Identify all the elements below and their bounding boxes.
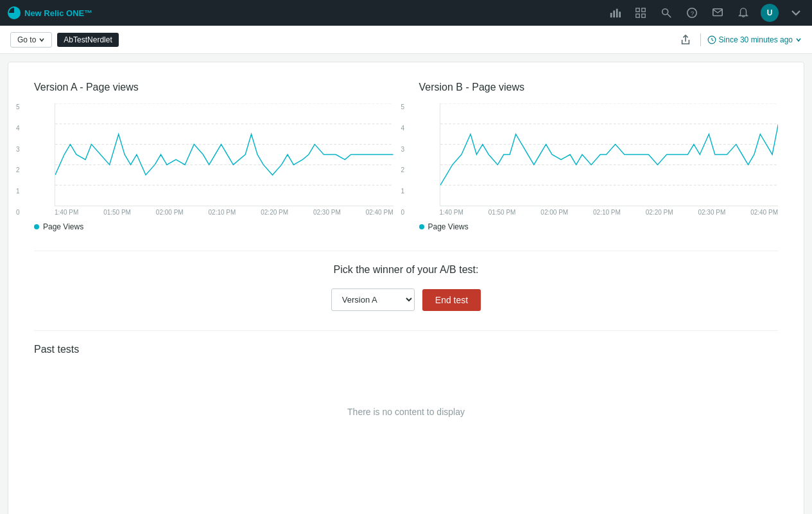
svg-rect-6 [636, 14, 639, 17]
bell-icon [738, 7, 749, 19]
version-a-legend: Page Views [34, 222, 393, 231]
sub-nav-left: Go to AbTestNerdlet [10, 32, 119, 48]
grid-icon [635, 7, 646, 19]
version-b-legend: Page Views [419, 222, 779, 231]
version-b-chart: Version B - Page views 5 4 3 2 1 0 [419, 82, 779, 231]
search-icon-button[interactable] [658, 4, 675, 21]
sub-navigation: Go to AbTestNerdlet Since 30 minutes ago [0, 26, 812, 54]
nav-divider [700, 33, 701, 46]
message-icon [712, 7, 723, 19]
nav-left: New Relic ONE™ [8, 6, 92, 19]
share-icon [680, 34, 691, 46]
svg-rect-7 [642, 14, 645, 17]
svg-text:?: ? [691, 10, 695, 17]
charts-row: Version A - Page views 5 4 3 2 1 0 [34, 82, 778, 231]
share-button[interactable] [677, 31, 694, 48]
version-a-legend-label: Page Views [43, 222, 83, 231]
winner-section: Pick the winner of your A/B test: Versio… [34, 251, 778, 330]
svg-point-8 [662, 9, 668, 15]
svg-rect-4 [636, 8, 639, 12]
bar-chart-icon [609, 7, 621, 19]
svg-rect-2 [616, 9, 618, 18]
search-icon [661, 7, 672, 19]
avatar-button[interactable]: U [761, 4, 779, 22]
main-content: Version A - Page views 5 4 3 2 1 0 [8, 62, 804, 514]
breadcrumb: AbTestNerdlet [57, 33, 118, 47]
bell-icon-button[interactable] [735, 4, 752, 21]
sub-nav-right: Since 30 minutes ago [677, 31, 802, 48]
goto-chevron-icon [39, 37, 45, 43]
account-chevron-button[interactable] [788, 4, 804, 21]
goto-label: Go to [17, 35, 36, 44]
version-a-legend-dot [34, 224, 39, 229]
chart-icon-button[interactable] [607, 4, 623, 21]
version-a-x-labels: 1:40 PM 01:50 PM 02:00 PM 02:10 PM 02:20… [55, 209, 393, 216]
svg-rect-3 [619, 12, 621, 17]
logo-text: New Relic ONE™ [24, 8, 92, 18]
version-b-legend-dot [419, 224, 424, 229]
svg-rect-5 [642, 8, 645, 12]
help-icon-button[interactable]: ? [684, 4, 700, 21]
nav-icons: ? U [607, 4, 804, 22]
version-b-title: Version B - Page views [419, 82, 779, 93]
past-tests-title: Past tests [34, 330, 778, 355]
version-b-chart-area [440, 103, 779, 206]
top-navigation: New Relic ONE™ [0, 0, 812, 26]
svg-rect-12 [713, 9, 722, 16]
version-b-svg [440, 103, 779, 206]
version-b-x-labels: 1:40 PM 01:50 PM 02:00 PM 02:10 PM 02:20… [440, 209, 779, 216]
version-b-legend-label: Page Views [428, 222, 469, 231]
message-icon-button[interactable] [709, 4, 726, 21]
clock-icon [707, 35, 716, 44]
version-a-y-labels: 5 4 3 2 1 0 [16, 103, 20, 216]
svg-rect-1 [613, 10, 615, 17]
time-picker-button[interactable]: Since 30 minutes ago [707, 35, 802, 44]
time-label: Since 30 minutes ago [719, 35, 793, 44]
goto-button[interactable]: Go to [10, 32, 52, 48]
winner-controls: Version A Version B End test [34, 288, 778, 311]
past-tests-section: Past tests There is no content to displa… [34, 330, 778, 417]
svg-line-9 [668, 14, 671, 17]
help-icon: ? [686, 7, 698, 19]
version-select[interactable]: Version A Version B [331, 288, 415, 311]
grid-icon-button[interactable] [632, 4, 649, 21]
time-chevron-icon [795, 37, 802, 43]
end-test-button[interactable]: End test [422, 289, 481, 311]
version-a-svg [55, 103, 393, 206]
logo: New Relic ONE™ [8, 6, 92, 19]
logo-icon [8, 6, 21, 19]
version-a-chart: Version A - Page views 5 4 3 2 1 0 [34, 82, 393, 231]
winner-title: Pick the winner of your A/B test: [34, 264, 778, 276]
no-content-message: There is no content to display [34, 407, 778, 417]
chevron-down-icon [790, 7, 802, 19]
version-a-title: Version A - Page views [34, 82, 393, 93]
version-a-chart-area [55, 103, 393, 206]
svg-rect-0 [610, 13, 612, 17]
version-b-y-labels: 5 4 3 2 1 0 [401, 103, 405, 216]
